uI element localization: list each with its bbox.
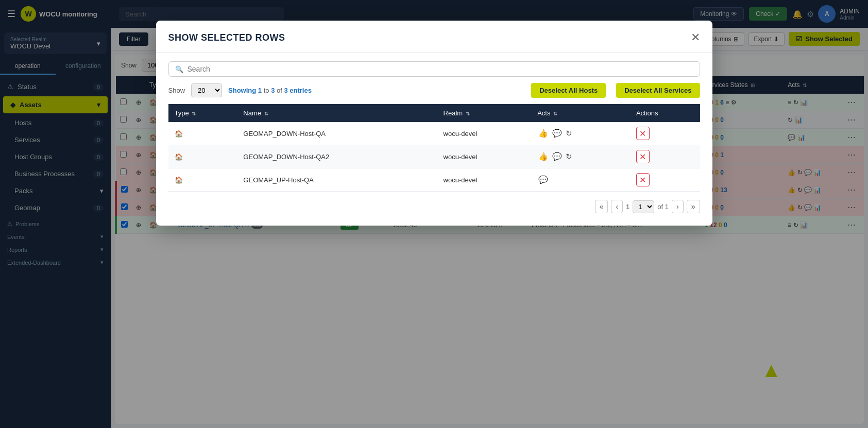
like-icon[interactable]: 👍 <box>538 152 548 161</box>
modal-overlay[interactable]: SHOW SELECTED ROWS ✕ 🔍 Show 20 50 100 <box>0 0 868 428</box>
modal-row-name: GEOMAP_DOWN-Host-QA2 <box>237 145 437 168</box>
host-type-icon: 🏠 <box>175 153 183 161</box>
current-page: 1 <box>626 203 629 211</box>
modal-row-realm: wocu-devel <box>437 168 532 192</box>
modal-title: SHOW SELECTED ROWS <box>168 32 285 43</box>
modal-th-type[interactable]: Type ⇅ <box>168 104 237 122</box>
modal-row-type: 🏠 <box>168 168 237 192</box>
entries-from: 1 <box>258 87 262 94</box>
modal-row-realm: wocu-devel <box>437 145 532 168</box>
modal-row-type: 🏠 <box>168 145 237 168</box>
modal-toolbar: Show 20 50 100 Showing 1 to 3 of 3 entri… <box>168 83 700 98</box>
modal-header: SHOW SELECTED ROWS ✕ <box>156 21 712 53</box>
remove-row-button[interactable]: ✕ <box>636 150 650 163</box>
remove-row-button[interactable]: ✕ <box>636 173 650 186</box>
modal-row-actions[interactable]: ✕ <box>630 122 700 145</box>
modal-search-input[interactable] <box>188 65 693 73</box>
modal-th-acts[interactable]: Acts ⇅ <box>531 104 630 122</box>
entries-total: 3 <box>284 87 287 94</box>
entries-to: 3 <box>271 87 275 94</box>
modal-th-name[interactable]: Name ⇅ <box>237 104 437 122</box>
modal-page-size-select[interactable]: 20 50 100 <box>191 83 222 97</box>
prev-page-button[interactable]: ‹ <box>611 200 623 213</box>
modal-row-name: GEOMAP_UP-Host-QA <box>237 168 437 192</box>
modal-table-row: 🏠 GEOMAP_DOWN-Host-QA2 wocu-devel 👍 💬 ↻ … <box>168 145 700 168</box>
host-type-icon: 🏠 <box>175 176 183 184</box>
refresh-icon[interactable]: ↻ <box>566 129 572 138</box>
first-page-button[interactable]: « <box>595 200 608 213</box>
modal-table-row: 🏠 GEOMAP_UP-Host-QA wocu-devel 💬 ✕ <box>168 168 700 192</box>
modal-row-acts[interactable]: 👍 💬 ↻ <box>531 122 630 145</box>
search-icon: 🔍 <box>175 65 183 73</box>
like-icon[interactable]: 👍 <box>538 129 548 138</box>
page-select[interactable]: 1 <box>633 200 654 213</box>
next-page-button[interactable]: › <box>672 200 684 213</box>
modal-table: Type ⇅ Name ⇅ Realm ⇅ Acts ⇅ Actions 🏠 G… <box>168 104 700 192</box>
modal-row-acts[interactable]: 👍 💬 ↻ <box>531 145 630 168</box>
modal-row-actions[interactable]: ✕ <box>630 145 700 168</box>
deselect-all-hosts-button[interactable]: Deselect All Hosts <box>531 83 606 98</box>
page-total: of 1 <box>657 203 669 211</box>
modal-pagination: « ‹ 1 1 of 1 › » <box>168 200 700 213</box>
modal-table-row: 🏠 GEOMAP_DOWN-Host-QA wocu-devel 👍 💬 ↻ ✕ <box>168 122 700 145</box>
modal-row-realm: wocu-devel <box>437 122 532 145</box>
modal-row-name: GEOMAP_DOWN-Host-QA <box>237 122 437 145</box>
modal-th-realm[interactable]: Realm ⇅ <box>437 104 532 122</box>
modal-row-acts[interactable]: 💬 <box>531 168 630 192</box>
modal-th-actions: Actions <box>630 104 700 122</box>
modal-close-button[interactable]: ✕ <box>691 31 700 44</box>
comment-icon[interactable]: 💬 <box>552 152 562 161</box>
host-type-icon: 🏠 <box>175 130 183 138</box>
modal-row-actions[interactable]: ✕ <box>630 168 700 192</box>
comment-icon[interactable]: 💬 <box>552 129 562 138</box>
modal-row-type: 🏠 <box>168 122 237 145</box>
modal-entries-info: Showing 1 to 3 of 3 entries <box>228 87 312 94</box>
comment-icon[interactable]: 💬 <box>538 175 548 184</box>
modal-body: 🔍 Show 20 50 100 Showing 1 to 3 of 3 <box>156 53 712 226</box>
modal-show-label: Show <box>168 87 185 94</box>
remove-row-button[interactable]: ✕ <box>636 127 650 140</box>
modal-search-box[interactable]: 🔍 <box>168 61 700 77</box>
deselect-all-services-button[interactable]: Deselect All Services <box>616 83 700 98</box>
last-page-button[interactable]: » <box>687 200 700 213</box>
modal-show-selected-rows: SHOW SELECTED ROWS ✕ 🔍 Show 20 50 100 <box>156 21 712 226</box>
refresh-icon[interactable]: ↻ <box>566 152 572 161</box>
modal-header-row: Type ⇅ Name ⇅ Realm ⇅ Acts ⇅ Actions <box>168 104 700 122</box>
page-info: 1 1 of 1 <box>626 200 669 213</box>
